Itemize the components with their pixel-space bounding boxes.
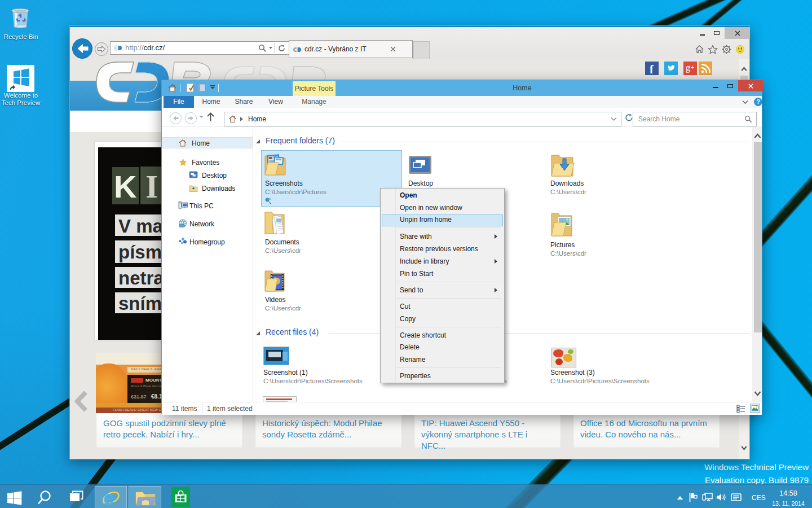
svg-text:e: e [103, 488, 115, 508]
